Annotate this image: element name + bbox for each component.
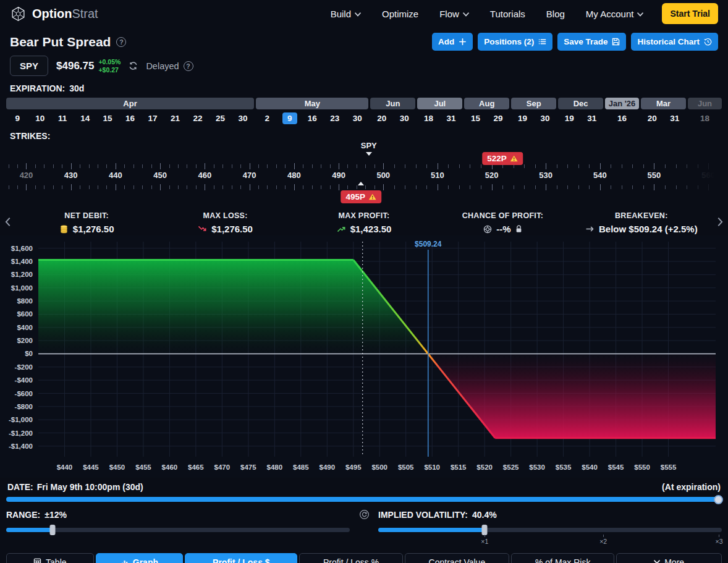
nav-item-optimize[interactable]: Optimize xyxy=(382,9,418,19)
tab-more[interactable]: More xyxy=(616,553,722,563)
month-aug[interactable]: Aug xyxy=(464,98,509,109)
expiry-date-apr-11[interactable]: 11 xyxy=(51,112,74,125)
start-trial-button[interactable]: Start Trial xyxy=(662,3,718,24)
expiry-date-apr-15[interactable]: 15 xyxy=(96,112,119,125)
history-icon xyxy=(704,38,712,46)
expiry-date-apr-17[interactable]: 17 xyxy=(142,112,164,125)
expiry-date-sep-30[interactable]: 30 xyxy=(534,112,556,125)
expiry-date-jun-30[interactable]: 30 xyxy=(393,112,415,125)
ticker-row: SPY $496.75 +0.05% +$0.27 Delayed xyxy=(0,52,728,77)
change-amount: +$0.27 xyxy=(98,66,121,74)
svg-text:$445: $445 xyxy=(83,464,99,471)
strike-label-480: 480 xyxy=(287,171,301,180)
month-jul[interactable]: Jul xyxy=(417,98,462,109)
nav-item-tutorials[interactable]: Tutorials xyxy=(490,9,525,19)
expiry-date-dec-31[interactable]: 31 xyxy=(581,112,603,125)
nav-item-my-account[interactable]: My Account xyxy=(586,9,644,19)
month-dec[interactable]: Dec xyxy=(558,98,603,109)
expiry-date-apr-9[interactable]: 9 xyxy=(6,112,28,125)
month-column-dec: Dec1931 xyxy=(558,98,603,125)
expiry-date-may-2[interactable]: 2 xyxy=(256,112,278,125)
expiry-date-mar-20[interactable]: 20 xyxy=(641,112,663,125)
month-may[interactable]: May xyxy=(256,98,368,109)
expiry-date-apr-25[interactable]: 25 xyxy=(209,112,231,125)
sync-icon[interactable] xyxy=(359,509,370,520)
date-slider-handle[interactable] xyxy=(714,495,723,504)
refresh-icon[interactable] xyxy=(129,61,138,70)
expiry-date-may-30[interactable]: 30 xyxy=(346,112,368,125)
expiry-date-jun-18[interactable]: 18 xyxy=(688,112,722,125)
tab-graph[interactable]: Graph xyxy=(96,553,184,563)
sync-wrap xyxy=(350,508,378,520)
expiry-date-apr-16[interactable]: 16 xyxy=(119,112,141,125)
expiry-date-dec-19[interactable]: 19 xyxy=(558,112,580,125)
date-value: Fri May 9th 10:00pm (30d) xyxy=(37,482,143,492)
month-apr[interactable]: Apr xyxy=(6,98,254,109)
strikes-label: STRIKES: xyxy=(10,131,50,141)
month-jun[interactable]: Jun xyxy=(688,98,722,109)
strike-label-540: 540 xyxy=(593,171,607,180)
tab-table[interactable]: Table xyxy=(6,553,94,563)
add-button[interactable]: Add xyxy=(432,33,473,51)
expiry-date-may-23[interactable]: 23 xyxy=(324,112,346,125)
expiry-date-aug-29[interactable]: 29 xyxy=(487,112,509,125)
action-button-label: Historical Chart xyxy=(637,37,700,46)
delayed-help-icon[interactable] xyxy=(184,61,193,71)
tab-contract-value[interactable]: Contract Value xyxy=(405,553,510,563)
strategy-help-icon[interactable] xyxy=(116,37,126,47)
expiry-date-jan-26-16[interactable]: 16 xyxy=(605,112,639,125)
tab-profit-loss[interactable]: Profit / Loss % xyxy=(299,553,402,563)
change-percent: +0.05% xyxy=(98,58,121,66)
expiry-date-apr-10[interactable]: 10 xyxy=(28,112,51,125)
expiry-date-apr-30[interactable]: 30 xyxy=(232,112,254,125)
range-slider-handle[interactable] xyxy=(50,525,56,535)
month-sep[interactable]: Sep xyxy=(511,98,556,109)
expiry-date-jul-31[interactable]: 31 xyxy=(440,112,462,125)
tab-label: Table xyxy=(46,557,66,563)
strike-badge-495p[interactable]: 495P xyxy=(341,190,381,203)
expiry-date-apr-21[interactable]: 21 xyxy=(164,112,186,125)
expiry-date-may-16[interactable]: 16 xyxy=(301,112,323,125)
nav-item-flow[interactable]: Flow xyxy=(439,9,469,19)
symbol-input[interactable]: SPY xyxy=(10,56,48,76)
stat-value-text: $1,276.50 xyxy=(211,224,253,234)
nav-item-build[interactable]: Build xyxy=(331,9,361,19)
month-jun[interactable]: Jun xyxy=(370,98,415,109)
brand-logo[interactable]: OptionStrat xyxy=(10,6,98,22)
strike-label-470: 470 xyxy=(243,171,256,180)
chevron-down-icon xyxy=(463,12,469,17)
stat-max-loss: MAX LOSS:$1,276.50 xyxy=(156,211,294,234)
stat-label: NET DEBIT: xyxy=(64,211,109,220)
tab-profit-loss[interactable]: Profit / Loss $ xyxy=(185,553,297,563)
positions-2-button[interactable]: Positions (2) xyxy=(478,33,552,51)
svg-text:$470: $470 xyxy=(214,464,231,471)
stats-next-button[interactable] xyxy=(717,217,723,229)
month-mar[interactable]: Mar xyxy=(641,98,686,109)
expiry-date-apr-22[interactable]: 22 xyxy=(187,112,209,125)
nav-item-blog[interactable]: Blog xyxy=(546,9,565,19)
historical-chart-button[interactable]: Historical Chart xyxy=(631,33,718,51)
strike-label-420: 420 xyxy=(20,171,33,180)
stat-value: Below $509.24 (+2.5%) xyxy=(585,224,698,234)
month-jan-26[interactable]: Jan '26 xyxy=(605,98,639,109)
expiry-date-jul-18[interactable]: 18 xyxy=(417,112,439,125)
expiry-date-apr-14[interactable]: 14 xyxy=(74,112,96,125)
expiry-date-sep-19[interactable]: 19 xyxy=(511,112,533,125)
tab-of-max-risk[interactable]: % of Max Risk xyxy=(511,553,614,563)
strike-badge-522p[interactable]: 522P xyxy=(482,152,523,165)
pl-chart[interactable]: $509.24-$1,400-$1,200-$1,000-$800-$600-$… xyxy=(0,235,728,478)
expiry-date-selected[interactable]: 9 xyxy=(279,112,301,125)
expiry-date-jun-20[interactable]: 20 xyxy=(370,112,392,125)
iv-slider-handle[interactable] xyxy=(482,525,488,535)
save-trade-button[interactable]: Save Trade xyxy=(557,33,626,51)
range-slider[interactable] xyxy=(6,528,350,532)
svg-text:$550: $550 xyxy=(634,464,650,471)
iv-slider[interactable] xyxy=(378,528,722,532)
expiry-date-aug-15[interactable]: 15 xyxy=(464,112,486,125)
strike-ruler[interactable]: 4204304404504604704804905005105205305405… xyxy=(6,141,722,205)
tab-label: Graph xyxy=(133,557,158,563)
date-slider[interactable] xyxy=(6,497,722,502)
nav-item-label: My Account xyxy=(586,9,634,19)
stats-prev-button[interactable] xyxy=(5,217,11,229)
expiry-date-mar-31[interactable]: 31 xyxy=(664,112,686,125)
